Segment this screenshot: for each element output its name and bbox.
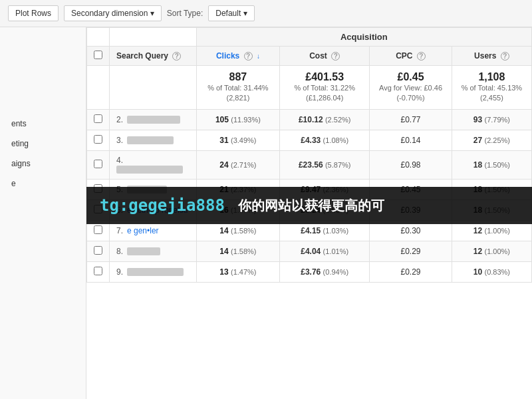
main-layout: ents eting aigns e Acquisition: [0, 27, 532, 399]
row-checkbox-cell[interactable]: [87, 150, 110, 179]
row-checkbox[interactable]: [94, 246, 102, 255]
users-pct: (2.25%): [484, 136, 510, 144]
row-cost: £3.76 (0.94%): [280, 261, 370, 282]
users-pct: (1.00%): [484, 227, 510, 235]
row-cost: £23.56 (5.87%): [280, 150, 370, 179]
row-number: 7.: [116, 226, 123, 235]
row-query: 9.████████: [110, 261, 197, 282]
secondary-dimension-arrow: ▾: [150, 9, 154, 18]
clicks-pct: (1.47%): [231, 268, 257, 276]
row-checkbox-cell[interactable]: [87, 261, 110, 282]
empty-header-cb: [87, 28, 110, 47]
row-checkbox-cell[interactable]: [87, 241, 110, 261]
plot-rows-button[interactable]: Plot Rows: [8, 5, 59, 21]
clicks-value: 31: [219, 136, 228, 145]
cost-value: £10.12: [299, 115, 323, 124]
row-checkbox-cell[interactable]: [87, 109, 110, 130]
row-checkbox-cell[interactable]: [87, 130, 110, 150]
sidebar-item-eting[interactable]: eting: [0, 134, 86, 154]
row-users: 27 (2.25%): [452, 130, 531, 150]
row-query: 3.████████: [110, 130, 197, 150]
users-value: 12: [473, 226, 482, 235]
data-table: Acquisition Search Query ? Clicks ? ↓: [86, 27, 532, 283]
row-clicks: 105 (11.93%): [196, 109, 279, 130]
cpc-value: £0.29: [401, 247, 421, 256]
blurred-query: ████████: [116, 166, 183, 174]
row-checkbox[interactable]: [94, 114, 102, 123]
cost-pct: (1.01%): [323, 247, 349, 255]
blurred-query: ████████: [127, 116, 180, 124]
users-pct: (1.00%): [484, 247, 510, 255]
users-value: 27: [473, 136, 482, 145]
row-number: 9.: [116, 267, 123, 277]
table-row: 9.████████13 (1.47%)£3.76 (0.94%)£0.2910…: [87, 261, 532, 282]
row-clicks: 24 (2.71%): [196, 150, 279, 179]
users-value: 93: [473, 115, 482, 124]
row-users: 18 (1.50%): [452, 150, 531, 179]
sidebar-spacer: [0, 34, 86, 114]
row-cpc: £0.77: [370, 109, 452, 130]
summary-query: [110, 66, 197, 110]
query-info-icon[interactable]: ?: [172, 52, 181, 61]
row-checkbox[interactable]: [94, 160, 102, 168]
overlay-main-text: 你的网站以获得更高的可: [238, 197, 384, 215]
cost-pct: (1.03%): [323, 227, 349, 235]
cost-info-icon[interactable]: ?: [331, 52, 340, 61]
sidebar-item-ents[interactable]: ents: [0, 114, 86, 134]
users-value: 10: [473, 267, 482, 277]
row-cost: £4.04 (1.01%): [280, 241, 370, 261]
overlay-tg-text: tg:gegejia888: [100, 196, 225, 215]
sort-default-button[interactable]: Default ▾: [208, 5, 254, 21]
row-cpc: £0.14: [370, 130, 452, 150]
clicks-value: 105: [215, 115, 229, 124]
overlay-banner: tg:gegejia888 你的网站以获得更高的可: [86, 187, 532, 224]
col-header-users[interactable]: Users ?: [452, 47, 531, 66]
content-area: Acquisition Search Query ? Clicks ? ↓: [86, 27, 532, 399]
sort-default-arrow: ▾: [243, 9, 247, 18]
col-header-cpc[interactable]: CPC ?: [370, 47, 452, 66]
row-users: 93 (7.79%): [452, 109, 531, 130]
clicks-pct: (11.93%): [231, 116, 261, 124]
row-query: 4.████████: [110, 150, 197, 179]
row-clicks: 31 (3.49%): [196, 130, 279, 150]
clicks-value: 14: [219, 226, 228, 235]
cpc-value: £0.77: [401, 115, 421, 124]
row-cost: £10.12 (2.52%): [280, 109, 370, 130]
col-header-row: Search Query ? Clicks ? ↓ Cost ? CPC ?: [87, 47, 532, 66]
row-clicks: 13 (1.47%): [196, 261, 279, 282]
cpc-info-icon[interactable]: ?: [417, 52, 426, 61]
cpc-value: £0.14: [401, 136, 421, 145]
users-value: 18: [473, 160, 482, 170]
row-checkbox[interactable]: [94, 135, 102, 144]
blurred-query: ████████: [127, 136, 174, 144]
secondary-dimension-button[interactable]: Secondary dimension ▾: [64, 5, 162, 21]
toolbar: Plot Rows Secondary dimension ▾ Sort Typ…: [0, 0, 532, 27]
users-info-icon[interactable]: ?: [501, 52, 509, 61]
cost-pct: (1.08%): [323, 136, 349, 144]
select-all-checkbox[interactable]: [94, 51, 102, 59]
row-checkbox[interactable]: [94, 267, 102, 275]
secondary-dimension-label: Secondary dimension: [71, 9, 148, 18]
col-checkbox: [87, 47, 110, 66]
row-number: 3.: [116, 136, 123, 145]
users-value: 12: [473, 247, 482, 256]
summary-cb: [87, 66, 110, 110]
col-header-cost[interactable]: Cost ?: [280, 47, 370, 66]
table-row: 4.████████24 (2.71%)£23.56 (5.87%)£0.981…: [87, 150, 532, 179]
row-checkbox[interactable]: [94, 225, 102, 234]
col-header-query[interactable]: Search Query ?: [110, 47, 197, 66]
clicks-info-icon[interactable]: ?: [244, 52, 253, 61]
cost-value: £23.56: [299, 160, 323, 170]
sidebar-item-e[interactable]: e: [0, 174, 86, 194]
sidebar: ents eting aigns e: [0, 27, 86, 399]
col-header-clicks[interactable]: Clicks ? ↓: [196, 47, 279, 66]
clicks-pct: (1.58%): [231, 227, 257, 235]
clicks-value: 13: [219, 267, 228, 277]
row-clicks: 14 (1.58%): [196, 241, 279, 261]
blurred-query: ████████: [127, 247, 160, 255]
cost-pct: (2.52%): [325, 116, 351, 124]
query-link[interactable]: e gen•ler: [127, 226, 159, 235]
cpc-value: £0.98: [401, 160, 421, 170]
sidebar-item-aigns[interactable]: aigns: [0, 154, 86, 174]
cost-pct: (5.87%): [325, 161, 351, 169]
